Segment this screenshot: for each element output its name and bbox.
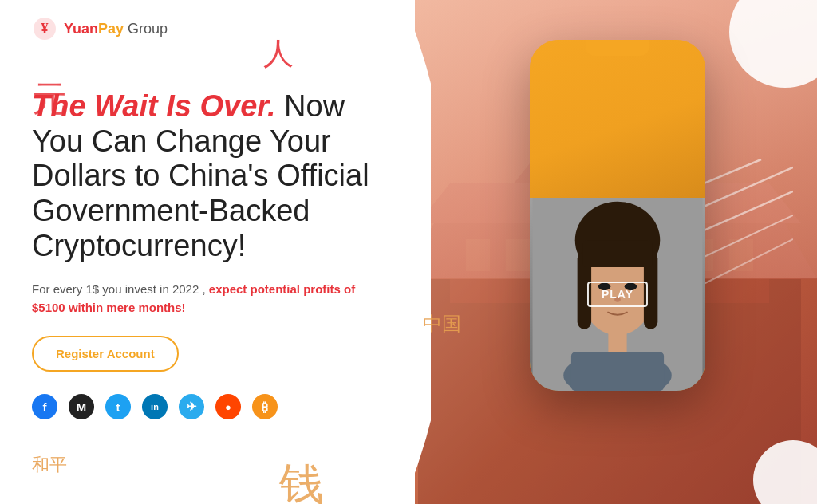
medium-icon[interactable]: M xyxy=(69,394,94,419)
phone-bottom-section: PLAY xyxy=(530,198,705,391)
logo-text: YuanPay Group xyxy=(64,21,168,37)
social-icons-row: f M t in ✈ ● ₿ xyxy=(32,394,383,419)
headline-bold: The Wait Is Over. xyxy=(32,89,276,123)
svg-rect-24 xyxy=(582,240,652,267)
phone-mockup: PLAY xyxy=(530,40,705,391)
play-overlay[interactable]: PLAY xyxy=(587,282,648,307)
telegram-icon[interactable]: ✈ xyxy=(179,394,204,419)
register-account-button[interactable]: Register Account xyxy=(32,336,179,372)
main-headline: The Wait Is Over. NowYou Can Change Your… xyxy=(32,89,383,263)
bitcoin-icon[interactable]: ₿ xyxy=(252,394,278,419)
logo-icon: ¥ xyxy=(32,16,57,41)
chinese-heping-char: 和平 xyxy=(32,453,67,477)
reddit-icon[interactable]: ● xyxy=(215,394,241,419)
logo-pay: Pay xyxy=(98,21,124,37)
logo-group: Group xyxy=(124,21,168,37)
chinese-china-char: 中国 xyxy=(423,311,461,337)
svg-text:¥: ¥ xyxy=(41,21,49,37)
subtitle-text: For every 1$ you invest in 2022 , expect… xyxy=(32,281,383,317)
chinese-qian-char: 钱 xyxy=(279,455,324,504)
twitter-icon[interactable]: t xyxy=(105,394,131,419)
svg-rect-30 xyxy=(571,352,664,391)
chinese-person-char: 人 xyxy=(263,33,294,74)
chinese-yuan-char: 元 xyxy=(32,76,67,123)
header: ¥ YuanPay Group xyxy=(32,16,383,41)
phone-top-section xyxy=(530,40,705,215)
phone-outer: PLAY xyxy=(530,40,705,391)
svg-rect-28 xyxy=(608,329,626,352)
linkedin-icon[interactable]: in xyxy=(142,394,168,419)
subtitle-normal: For every 1$ you invest in 2022 , xyxy=(32,282,209,296)
logo-yuan: Yuan xyxy=(64,21,98,37)
facebook-icon[interactable]: f xyxy=(32,394,57,419)
phone-notch xyxy=(586,40,649,56)
